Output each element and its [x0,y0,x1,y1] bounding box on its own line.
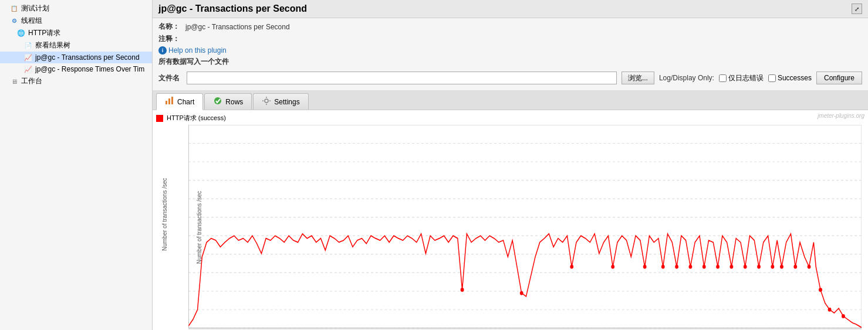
successes-checkbox[interactable] [768,74,776,82]
main-content: jp@gc - Transactions per Second ⤢ 名称： jp… [153,0,868,330]
chart-svg: 2 000 1 800 1 600 1 400 1 200 1 000 800 … [188,125,862,329]
sidebar-label-http-request: HTTP请求 [28,28,60,38]
sidebar-label-result-tree: 察看结果树 [35,40,70,50]
svg-rect-0 [166,101,167,104]
svg-rect-2 [171,97,173,104]
data-point [570,265,573,269]
successes-checkbox-label[interactable]: Successes [768,74,812,82]
data-point [461,288,464,292]
chart-tab-icon [165,96,174,107]
sidebar-item-response-times[interactable]: 📈 jp@gc - Response Times Over Tim [0,63,152,75]
data-point [819,288,822,292]
http-icon: 🌐 [16,29,26,38]
tab-chart-label: Chart [177,98,194,106]
chart-legend: HTTP请求 (success) [156,114,864,123]
help-row: i Help on this plugin [158,46,862,55]
data-point [520,291,523,295]
sidebar-label-tps-chart: jp@gc - Transactions per Second [35,53,140,62]
log-display-label: Log/Display Only: [659,74,714,82]
data-point [643,265,647,269]
name-label: 名称： [158,22,182,32]
svg-point-3 [214,97,221,104]
settings-tab-icon [262,96,271,107]
tabs-bar: Chart Rows Settings [153,91,868,110]
data-point [661,265,665,269]
watermark: jmeter-plugins.org [818,113,864,119]
legend-color-http [156,115,163,122]
title-bar: jp@gc - Transactions per Second ⤢ [153,0,868,18]
sidebar: 📋 测试计划 ⚙ 线程组 🌐 HTTP请求 📄 察看结果树 📈 jp@gc - … [0,0,153,330]
thread-group-icon: ⚙ [9,16,19,26]
response-times-icon: 📈 [23,64,33,74]
form-area: 名称： jp@gc - Transactions per Second 注释： … [153,18,868,91]
comment-row: 注释： [158,34,862,44]
data-point [675,265,678,269]
errors-checkbox-label[interactable]: 仅日志错误 [719,73,764,83]
sidebar-item-workspace[interactable]: 🖥 工作台 [0,75,152,87]
data-point [771,265,774,269]
info-icon: i [158,46,167,55]
section-row: 所有数据写入一个文件 [158,57,862,69]
section-title: 所有数据写入一个文件 [158,57,229,67]
file-input[interactable] [187,72,617,84]
tps-chart-icon: 📈 [23,53,33,62]
data-point [716,265,720,269]
sidebar-item-tps-chart[interactable]: 📈 jp@gc - Transactions per Second [0,52,152,63]
expand-button[interactable]: ⤢ [852,4,862,14]
expand-icon: ⤢ [855,6,859,12]
data-point [611,265,614,269]
tab-settings[interactable]: Settings [253,93,308,110]
workspace-icon: 🖥 [9,77,19,86]
y-axis-label: Number of transactions /sec [161,204,168,251]
legend-label-http: HTTP请求 (success) [167,114,226,123]
errors-label: 仅日志错误 [728,73,764,83]
data-point [757,265,761,269]
tab-settings-label: Settings [274,98,299,106]
errors-checkbox[interactable] [719,74,727,82]
successes-label: Successes [778,74,812,82]
tab-rows[interactable]: Rows [204,93,252,110]
sidebar-label-response-times: jp@gc - Response Times Over Tim [35,65,144,73]
data-point [828,308,832,312]
sidebar-item-test-plan[interactable]: 📋 测试计划 [0,2,152,15]
comment-label: 注释： [158,34,182,44]
result-tree-icon: 📄 [23,41,33,50]
data-point [793,265,797,269]
configure-button[interactable]: Configure [816,72,862,84]
tab-rows-label: Rows [225,98,243,106]
svg-rect-1 [168,98,170,104]
data-point [729,265,733,269]
sidebar-item-http-request[interactable]: 🌐 HTTP请求 [0,27,152,39]
name-value: jp@gc - Transactions per Second [185,23,290,31]
file-row: 文件名 浏览... Log/Display Only: 仅日志错误 Succes… [158,72,862,84]
browse-button[interactable]: 浏览... [622,72,654,84]
sidebar-label-test-plan: 测试计划 [21,4,49,13]
file-label: 文件名 [158,73,182,83]
data-point [808,265,811,269]
data-point [702,265,706,269]
rows-tab-icon [213,96,222,107]
sidebar-label-workspace: 工作台 [21,76,42,86]
help-link[interactable]: i Help on this plugin [158,46,227,55]
page-title: jp@gc - Transactions per Second [158,4,307,14]
data-point [688,265,692,269]
name-row: 名称： jp@gc - Transactions per Second [158,22,862,32]
chart-wrapper: Number of transactions /sec 2 000 1 [156,125,864,329]
data-point [744,265,747,269]
sidebar-item-result-tree[interactable]: 📄 察看结果树 [0,39,152,52]
tab-chart[interactable]: Chart [156,93,203,110]
svg-rect-4 [188,125,862,329]
help-text: Help on this plugin [168,46,227,55]
data-point [842,314,845,318]
test-plan-icon: 📋 [9,4,19,13]
sidebar-item-thread-group[interactable]: ⚙ 线程组 [0,15,152,27]
chart-area: HTTP请求 (success) jmeter-plugins.org Numb… [153,110,868,330]
sidebar-label-thread-group: 线程组 [21,16,42,26]
data-point [780,265,783,269]
